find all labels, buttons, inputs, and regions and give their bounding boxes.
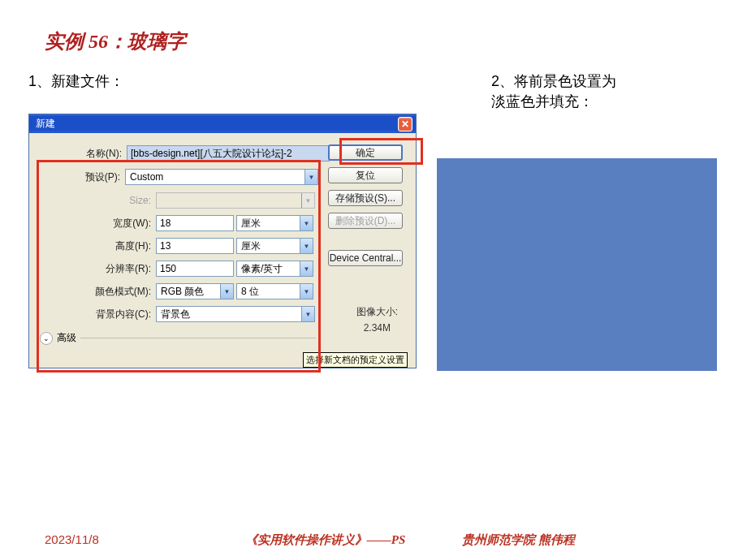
footer-center: 《实用软件操作讲义》——PS [245, 532, 406, 548]
color-bit-select[interactable]: 8 位 ▼ [236, 283, 313, 299]
blue-fill-swatch [437, 158, 717, 371]
height-input[interactable] [156, 238, 234, 254]
resolution-label: 分辨率(R): [78, 262, 151, 276]
size-label: Size: [78, 195, 151, 206]
dialog-title: 新建 [36, 117, 55, 131]
color-mode-select[interactable]: RGB 颜色 ▼ [156, 283, 234, 299]
footer: 2023/11/8 《实用软件操作讲义》——PS 贵州师范学院 熊伟程 [0, 532, 747, 548]
advanced-expander[interactable]: ⌄ 高级 [40, 331, 316, 345]
width-unit-select[interactable]: 厘米 ▼ [236, 215, 313, 231]
chevron-down-icon: ▼ [300, 261, 313, 276]
color-mode-label: 颜色模式(M): [78, 285, 151, 299]
separator [80, 338, 316, 338]
footer-right: 贵州师范学院 熊伟程 [462, 532, 575, 548]
device-central-button[interactable]: Device Central... [328, 250, 403, 266]
bg-content-label: 背景内容(C): [78, 308, 151, 321]
image-size-value: 2.34M [356, 322, 398, 334]
step-1-text: 1、新建文件： [28, 71, 124, 91]
name-label: 名称(N): [76, 147, 122, 161]
chevron-down-icon: ▼ [301, 193, 314, 208]
chevron-down-icon: ▼ [300, 216, 313, 230]
width-unit: 厘米 [241, 217, 261, 230]
dialog-body: 名称(N): 预设(P): Custom ▼ Size: ▼ 宽度(W): 厘米 [29, 133, 416, 368]
height-unit-select[interactable]: 厘米 ▼ [236, 238, 313, 254]
name-input[interactable] [127, 145, 330, 162]
width-label: 宽度(W): [78, 217, 151, 230]
chevron-down-icon: ▼ [304, 170, 317, 184]
preset-value: Custom [130, 171, 163, 183]
preset-tooltip: 选择新文档的预定义设置 [303, 352, 408, 368]
bg-content-select[interactable]: 背景色 ▼ [156, 306, 315, 322]
resolution-unit-select[interactable]: 像素/英寸 ▼ [236, 261, 313, 277]
footer-date: 2023/11/8 [45, 532, 99, 546]
image-size-info: 图像大小: 2.34M [356, 305, 398, 334]
dialog-titlebar[interactable]: 新建 ✕ [29, 114, 416, 133]
color-bit-value: 8 位 [241, 285, 259, 299]
chevron-down-icon: ⌄ [40, 332, 53, 345]
chevron-down-icon: ▼ [220, 284, 233, 299]
delete-preset-button: 删除预设(D)... [328, 213, 403, 229]
save-preset-button[interactable]: 存储预设(S)... [328, 190, 403, 206]
bg-content-value: 背景色 [161, 308, 190, 321]
new-file-dialog: 新建 ✕ 名称(N): 预设(P): Custom ▼ Size: ▼ 宽度( [28, 114, 417, 368]
chevron-down-icon: ▼ [300, 239, 313, 253]
size-select: ▼ [156, 192, 315, 209]
height-label: 高度(H): [78, 239, 151, 253]
step-2-text: 2、将前景色设置为淡蓝色并填充： [491, 71, 621, 112]
advanced-label: 高级 [57, 331, 76, 345]
chevron-down-icon: ▼ [300, 284, 313, 299]
image-size-label: 图像大小: [356, 305, 398, 319]
color-mode-value: RGB 颜色 [161, 285, 204, 299]
width-input[interactable] [156, 215, 234, 231]
preset-label: 预设(P): [47, 170, 120, 184]
reset-button[interactable]: 复位 [328, 167, 403, 183]
resolution-input[interactable] [156, 261, 234, 277]
chevron-down-icon: ▼ [301, 307, 314, 321]
slide-title: 实例 56：玻璃字 [45, 28, 186, 54]
resolution-unit: 像素/英寸 [241, 262, 283, 276]
ok-button[interactable]: 确定 [328, 144, 403, 161]
preset-select[interactable]: Custom ▼ [125, 169, 318, 185]
height-unit: 厘米 [241, 239, 261, 253]
button-column: 确定 复位 存储预设(S)... 删除预设(D)... Device Centr… [328, 144, 403, 273]
close-icon[interactable]: ✕ [398, 117, 412, 131]
